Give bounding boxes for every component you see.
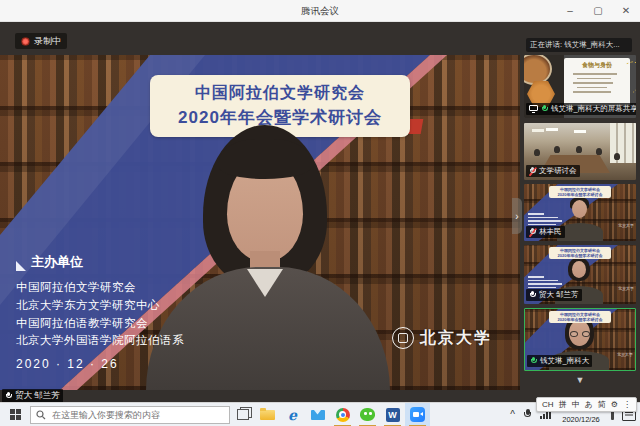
window-controls: – ▢ ✕: [556, 0, 640, 22]
participants-sidebar: 正在讲话: 钱艾琳_南科大... 食物与身份 钱艾: [524, 22, 636, 402]
main-video: 中国阿拉伯文学研究会 2020年年会暨学术研讨会 主办单位 中国阿拉伯文学研究会…: [0, 55, 520, 390]
host-line: 北京大学外国语学院阿拉伯语系: [16, 332, 184, 350]
room-lights: [546, 128, 558, 131]
windows-logo-icon: [10, 409, 21, 420]
scroll-down-icon[interactable]: ▼: [524, 375, 636, 385]
chrome-button[interactable]: [330, 403, 355, 426]
thumbnail-meeting-room[interactable]: 文学研讨会: [524, 123, 636, 180]
person-hair-fringe: [219, 139, 311, 179]
participant-name-label: 林丰民: [526, 226, 565, 238]
taskbar-search[interactable]: [30, 406, 230, 424]
thumbnail-participant[interactable]: 中国阿拉伯文学研究会 2020年年会暨学术研讨会 北京大学 贸大 邹兰芳: [524, 245, 636, 304]
tray-expand-button[interactable]: ^: [506, 403, 519, 426]
person-face: [572, 200, 587, 218]
recording-indicator[interactable]: 录制中: [15, 33, 67, 49]
mini-conference-banner: 中国阿拉伯文学研究会 2020年年会暨学术研讨会: [549, 186, 611, 198]
file-explorer-button[interactable]: [255, 403, 280, 426]
ime-toolbar[interactable]: CH 拼 中 あ 简 ⚙ ⋮: [536, 397, 637, 412]
pku-watermark-text: 北京大学: [618, 286, 634, 291]
folder-icon: [260, 410, 275, 420]
chrome-icon: [336, 408, 350, 422]
mini-conference-banner: 中国阿拉伯文学研究会 2020年年会暨学术研讨会: [549, 247, 611, 259]
thumbnail-participant[interactable]: 中国阿拉伯文学研究会 2020年年会暨学术研讨会 北京大学 林丰民: [524, 184, 636, 241]
mini-hosts-block: [528, 274, 564, 290]
participant-name: 钱艾琳_南科大: [540, 356, 589, 366]
room-person: [554, 146, 560, 153]
mic-active-icon: [541, 105, 548, 114]
pku-watermark-text: 北京大学: [420, 328, 492, 349]
participant-name-label: 贸大 邹兰芳: [526, 289, 582, 301]
tencent-meeting-window: 腾讯会议 – ▢ ✕ 中国阿拉伯文学研究会 2020年年会暨学术研讨会: [0, 0, 640, 426]
slide-bullet: [573, 73, 617, 75]
ime-item[interactable]: 中: [572, 399, 580, 410]
task-view-icon: [237, 409, 249, 420]
banner-line2: 2020年年会暨学术研讨会: [549, 317, 611, 322]
slide-bullet: [573, 91, 611, 93]
tencent-meeting-icon: [410, 407, 425, 422]
word-button[interactable]: W: [380, 403, 405, 426]
recording-label: 录制中: [34, 35, 61, 48]
person-face: [572, 261, 586, 278]
tencent-meeting-button[interactable]: [405, 403, 430, 426]
pku-watermark-text: 北京大学: [617, 352, 633, 357]
close-icon[interactable]: ✕: [612, 0, 640, 22]
search-input[interactable]: [50, 409, 224, 421]
participant-name-label: 钱艾琳_南科大: [527, 355, 592, 367]
word-icon: W: [386, 408, 400, 422]
start-button[interactable]: [0, 403, 30, 426]
record-icon: [21, 37, 30, 46]
host-line: 北京大学东方文学研究中心: [16, 297, 184, 315]
mic-icon: [5, 392, 12, 401]
minimize-icon[interactable]: –: [556, 0, 584, 22]
glasses-icon: [570, 331, 590, 338]
mini-conference-banner: 中国阿拉伯文学研究会 2020年年会暨学术研讨会: [549, 311, 611, 323]
slide-title: 食物与身份: [567, 61, 627, 70]
ime-item[interactable]: CH: [542, 400, 554, 409]
hosts-block: 主办单位 中国阿拉伯文学研究会 北京大学东方文学研究中心 中国阿拉伯语教学研究会…: [16, 253, 184, 371]
search-icon: [36, 410, 46, 420]
mail-icon: [311, 410, 325, 420]
clock-date: 2020/12/26: [555, 415, 607, 425]
banner-line2: 2020年年会暨学术研讨会: [549, 253, 611, 258]
hosts-heading: 主办单位: [31, 253, 83, 271]
banner-line2: 2020年年会暨学术研讨会: [549, 192, 611, 197]
thumbnail-screen-share[interactable]: 食物与身份 钱艾琳_南科大的屏幕共享: [524, 55, 636, 118]
ime-item[interactable]: ⚙: [611, 400, 618, 409]
participant-name: 文学研讨会: [539, 166, 577, 176]
titlebar: 腾讯会议 – ▢ ✕: [0, 0, 640, 22]
wechat-icon: [360, 408, 375, 421]
window-title: 腾讯会议: [0, 0, 640, 21]
microphone-icon: [523, 409, 532, 420]
screen-share-icon: [529, 105, 538, 114]
ime-item[interactable]: あ: [585, 399, 593, 410]
ime-item[interactable]: 简: [598, 399, 606, 410]
room-person: [534, 149, 540, 156]
hosts-heading-row: 主办单位: [16, 253, 184, 271]
pku-seal-icon: [392, 327, 414, 349]
room-person: [596, 148, 602, 155]
room-person: [576, 146, 582, 153]
task-view-button[interactable]: [230, 403, 255, 426]
meeting-stage: 中国阿拉伯文学研究会 2020年年会暨学术研讨会 主办单位 中国阿拉伯文学研究会…: [0, 22, 640, 402]
sidebar-collapse-button[interactable]: ›: [512, 198, 522, 234]
pku-watermark: 北京大学: [392, 327, 492, 349]
maximize-icon[interactable]: ▢: [584, 0, 612, 22]
participant-name-label: 文学研讨会: [526, 165, 580, 177]
edge-button[interactable]: e: [280, 403, 305, 426]
now-speaking-banner: 正在讲话: 钱艾琳_南科大...: [526, 38, 632, 52]
mail-button[interactable]: [305, 403, 330, 426]
thumbnail-active-speaker[interactable]: 中国阿拉伯文学研究会 2020年年会暨学术研讨会 北京大学 钱艾琳_南科大: [524, 308, 636, 371]
tray-mic-button[interactable]: [519, 403, 536, 426]
mic-muted-icon: [529, 167, 536, 176]
host-line: 中国阿拉伯语教学研究会: [16, 315, 184, 333]
ime-item[interactable]: ⋮: [623, 400, 631, 409]
host-line: 中国阿拉伯文学研究会: [16, 279, 184, 297]
slide-bullet: [573, 82, 613, 84]
slide-bullet: [577, 78, 611, 80]
main-speaker-name-label: 贸大 邹兰芳: [2, 389, 63, 402]
main-speaker-name: 贸大 邹兰芳: [15, 390, 60, 402]
wechat-button[interactable]: [355, 403, 380, 426]
participant-name: 钱艾琳_南科大的屏幕共享: [551, 104, 636, 114]
participant-name-label: 钱艾琳_南科大的屏幕共享: [526, 103, 636, 115]
ime-item[interactable]: 拼: [559, 399, 567, 410]
